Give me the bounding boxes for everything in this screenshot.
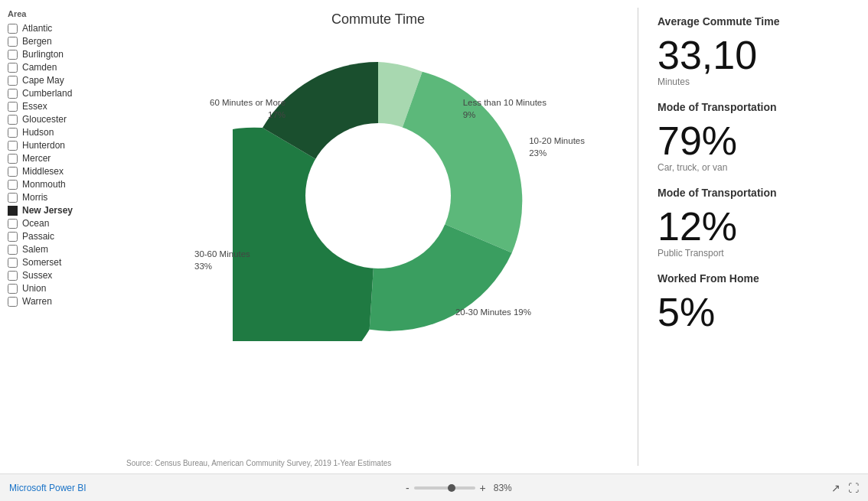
expand-icon[interactable]: ⛶: [848, 482, 859, 494]
chart-title: Commute Time: [331, 11, 425, 28]
chart-area: Commute Time: [119, 0, 638, 473]
sidebar-item-bergen[interactable]: Bergen: [8, 36, 111, 47]
label-30-60: 30-60 Minutes 33%: [194, 248, 250, 272]
checkbox-input[interactable]: [8, 24, 18, 34]
label-20-30: 20-30 Minutes 19%: [455, 306, 531, 318]
zoom-controls: - + 83%: [406, 482, 512, 494]
powerbi-link[interactable]: Microsoft Power BI: [9, 483, 86, 493]
sidebar-item-label: Warren: [22, 296, 52, 307]
wfh-section: Worked From Home 5%: [658, 272, 849, 333]
checkbox-input[interactable]: [8, 102, 18, 112]
area-filter-sidebar: Area AtlanticBergenBurlingtonCamdenCape …: [0, 0, 119, 473]
sidebar-item-morris[interactable]: Morris: [8, 192, 111, 203]
sidebar-item-camden[interactable]: Camden: [8, 62, 111, 73]
sidebar-item-cumberland[interactable]: Cumberland: [8, 88, 111, 99]
source-text: Source: Census Bureau, American Communit…: [119, 459, 638, 467]
sidebar-item-label: Passaic: [22, 231, 54, 242]
checkbox-input[interactable]: [8, 89, 18, 99]
sidebar-item-hudson[interactable]: Hudson: [8, 127, 111, 138]
sidebar-item-label: Hunterdon: [22, 140, 65, 151]
checkbox-input[interactable]: [8, 115, 18, 125]
sidebar-item-label: Salem: [22, 244, 48, 255]
sidebar-item-label: Camden: [22, 62, 57, 73]
checkbox-input[interactable]: [8, 154, 18, 164]
checkbox-input[interactable]: [8, 245, 18, 255]
donut-svg: [233, 50, 524, 341]
checkbox-input[interactable]: [8, 167, 18, 177]
sidebar-item-label: Somerset: [22, 257, 61, 268]
zoom-plus[interactable]: +: [480, 482, 486, 494]
sidebar-item-gloucester[interactable]: Gloucester: [8, 114, 111, 125]
donut-hole: [305, 123, 451, 268]
mode-transport-label-2: Mode of Transportation: [658, 187, 777, 199]
sidebar-item-label: Monmouth: [22, 179, 66, 190]
checkbox-input[interactable]: [8, 37, 18, 47]
mode-transport-value-2: 12%: [658, 207, 737, 246]
sidebar-item-ocean[interactable]: Ocean: [8, 218, 111, 229]
sidebar-item-label: Gloucester: [22, 114, 67, 125]
sidebar-item-passaic[interactable]: Passaic: [8, 231, 111, 242]
avg-commute-label: Average Commute Time: [658, 15, 780, 28]
avg-commute-section: Average Commute Time 33,10 Minutes: [658, 15, 849, 87]
sidebar-item-salem[interactable]: Salem: [8, 244, 111, 255]
mode-transport-value-1: 79%: [658, 121, 737, 161]
checkbox-input[interactable]: [8, 271, 18, 281]
zoom-level: 83%: [494, 483, 512, 493]
checkbox-input[interactable]: [8, 232, 18, 242]
sidebar-item-hunterdon[interactable]: Hunterdon: [8, 140, 111, 151]
zoom-minus[interactable]: -: [406, 482, 410, 494]
sidebar-item-label: New Jersey: [22, 205, 73, 216]
sidebar-item-somerset[interactable]: Somerset: [8, 257, 111, 268]
label-60plus: 60 Minutes or More 17%: [210, 96, 286, 121]
checkbox-input[interactable]: [8, 258, 18, 268]
sidebar-item-label: Bergen: [22, 36, 52, 47]
share-icon[interactable]: ↗: [831, 482, 840, 494]
right-panel: Average Commute Time 33,10 Minutes Mode …: [638, 0, 868, 473]
sidebar-item-label: Union: [22, 283, 46, 294]
avg-commute-unit: Minutes: [658, 76, 690, 87]
sidebar-item-label: Essex: [22, 101, 47, 112]
sidebar-item-label: Middlesex: [22, 166, 64, 177]
checkbox-input[interactable]: [8, 193, 18, 203]
checkbox-input[interactable]: [8, 128, 18, 138]
sidebar-item-label: Sussex: [22, 270, 52, 281]
sidebar-item-new-jersey[interactable]: New Jersey: [8, 205, 111, 216]
checkbox-input[interactable]: [8, 76, 18, 86]
sidebar-item-label: Morris: [22, 192, 47, 203]
sidebar-item-atlantic[interactable]: Atlantic: [8, 23, 111, 34]
sidebar-item-middlesex[interactable]: Middlesex: [8, 166, 111, 177]
sidebar-item-essex[interactable]: Essex: [8, 101, 111, 112]
sidebar-item-monmouth[interactable]: Monmouth: [8, 179, 111, 190]
bottom-icons: ↗ ⛶: [831, 482, 859, 494]
checkbox-input[interactable]: [8, 219, 18, 229]
checkbox-input[interactable]: [8, 141, 18, 151]
mode-transport-section-2: Mode of Transportation 12% Public Transp…: [658, 187, 849, 259]
mode-transport-sub-2: Public Transport: [658, 248, 724, 259]
sidebar-item-cape-may[interactable]: Cape May: [8, 75, 111, 86]
area-label: Area: [8, 9, 111, 18]
mode-transport-label-1: Mode of Transportation: [658, 101, 777, 113]
sidebar-item-warren[interactable]: Warren: [8, 296, 111, 307]
sidebar-item-label: Cumberland: [22, 88, 72, 99]
sidebar-item-mercer[interactable]: Mercer: [8, 153, 111, 164]
mode-transport-section-1: Mode of Transportation 79% Car, truck, o…: [658, 101, 849, 173]
mode-transport-sub-1: Car, truck, or van: [658, 162, 727, 173]
checkbox-input[interactable]: [8, 50, 18, 60]
sidebar-item-burlington[interactable]: Burlington: [8, 49, 111, 60]
wfh-value: 5%: [658, 292, 715, 332]
sidebar-item-label: Ocean: [22, 218, 49, 229]
sidebar-item-sussex[interactable]: Sussex: [8, 270, 111, 281]
sidebar-item-label: Atlantic: [22, 23, 52, 34]
zoom-slider-thumb: [448, 484, 455, 492]
checkbox-input[interactable]: [8, 297, 18, 307]
wfh-label: Worked From Home: [658, 272, 759, 285]
sidebar-item-label: Mercer: [22, 153, 51, 164]
checkbox-input[interactable]: [8, 63, 18, 73]
checkbox-input[interactable]: [8, 284, 18, 294]
avg-commute-value: 33,10: [658, 35, 757, 75]
label-10-20: 10-20 Minutes 23%: [529, 135, 585, 159]
sidebar-item-label: Burlington: [22, 49, 64, 60]
sidebar-item-union[interactable]: Union: [8, 283, 111, 294]
zoom-slider[interactable]: [414, 486, 475, 490]
checkbox-input[interactable]: [8, 180, 18, 190]
